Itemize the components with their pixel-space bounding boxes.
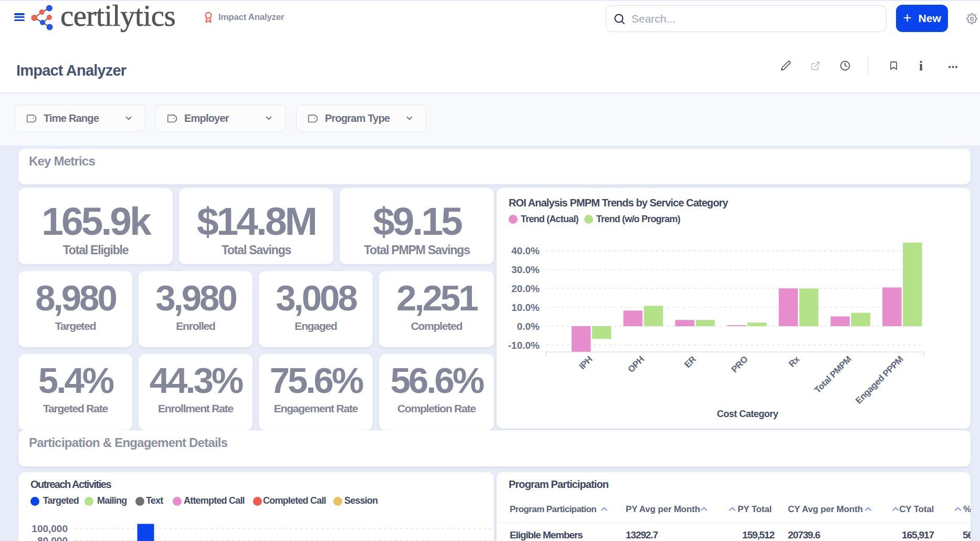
svg-text:30.0%: 30.0% — [511, 264, 540, 275]
svg-text:PRO: PRO — [730, 354, 750, 374]
svg-text:-10.0%: -10.0% — [508, 340, 540, 351]
svg-text:IPH: IPH — [577, 354, 595, 371]
svg-text:10.0%: 10.0% — [511, 302, 540, 313]
svg-text:OPH: OPH — [626, 354, 646, 374]
svg-text:Total PMPM: Total PMPM — [813, 354, 853, 395]
svg-text:20.0%: 20.0% — [511, 283, 540, 294]
svg-text:80,000: 80,000 — [37, 535, 68, 541]
svg-text:0.0%: 0.0% — [517, 321, 540, 332]
svg-text:Cost Category: Cost Category — [717, 409, 778, 419]
svg-text:Rx: Rx — [787, 354, 802, 369]
svg-text:Engaged PPPM: Engaged PPPM — [853, 354, 905, 405]
svg-text:40.0%: 40.0% — [511, 245, 540, 256]
svg-text:100,000: 100,000 — [31, 523, 68, 534]
svg-text:ER: ER — [682, 354, 698, 370]
